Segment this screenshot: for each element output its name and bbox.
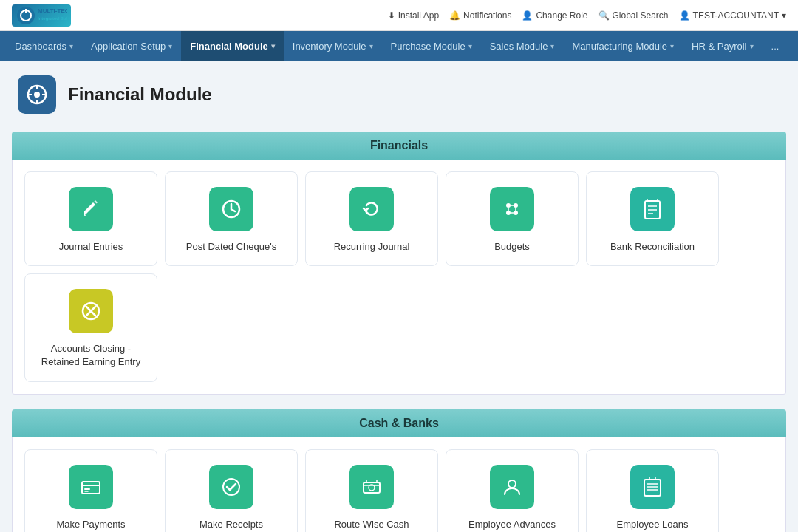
financials-section: Financials Journal Entries (12, 132, 786, 395)
post-dated-cheques-icon (209, 187, 253, 231)
employee-loans-label: Employee Loans (617, 518, 689, 531)
post-dated-cheques-card[interactable]: Post Dated Cheque's (165, 171, 298, 266)
svg-rect-37 (644, 480, 661, 496)
nav-hr-payroll-chevron: ▾ (750, 42, 754, 50)
employee-loans-card[interactable]: Employee Loans (586, 449, 719, 532)
financials-grid: Journal Entries Post Dated Cheque's (12, 160, 786, 395)
svg-rect-33 (364, 482, 380, 493)
content-area: Financials Journal Entries (0, 132, 798, 532)
financials-section-header: Financials (12, 132, 786, 160)
employee-advances-card[interactable]: Employee Advances (446, 449, 579, 532)
recurring-journal-card[interactable]: Recurring Journal (305, 171, 438, 266)
make-receipts-icon (209, 465, 253, 509)
post-dated-cheques-label: Post Dated Cheque's (186, 240, 276, 253)
change-role-btn[interactable]: 👤 Change Role (522, 10, 587, 21)
global-search-label: Global Search (613, 10, 669, 21)
accounts-closing-label: Accounts Closing - Retained Earning Entr… (37, 342, 145, 369)
nav-application-setup[interactable]: Application Setup ▾ (82, 31, 181, 61)
make-payments-card[interactable]: Make Payments (24, 449, 157, 532)
logo: MULTI-TECHNO Integrated Solutions (12, 4, 71, 27)
accounts-closing-card[interactable]: Accounts Closing - Retained Earning Entr… (24, 273, 157, 381)
journal-entries-label: Journal Entries (59, 240, 123, 253)
nav-purchase-module[interactable]: Purchase Module ▾ (382, 31, 481, 61)
nav-financial-module-chevron: ▾ (271, 42, 275, 50)
user-menu-btn[interactable]: 👤 TEST-ACCOUNTANT ▾ (679, 10, 786, 21)
route-wise-cash-recovery-icon (349, 465, 394, 509)
nav-sales-module-chevron: ▾ (550, 42, 554, 50)
nav-more[interactable]: ... (763, 31, 788, 61)
employee-loans-icon (630, 465, 675, 509)
make-receipts-label: Make Receipts (200, 518, 263, 531)
user-chevron-icon: ▾ (782, 10, 786, 21)
svg-point-16 (514, 211, 518, 215)
svg-point-15 (506, 211, 511, 215)
change-role-label: Change Role (536, 10, 587, 21)
nav-financial-module[interactable]: Financial Module ▾ (181, 31, 283, 61)
page-header: Financial Module (0, 61, 798, 123)
top-actions: ⬇ Install App 🔔 Notifications 👤 Change R… (388, 10, 786, 21)
budgets-card[interactable]: Budgets (446, 171, 579, 266)
top-bar: MULTI-TECHNO Integrated Solutions ⬇ Inst… (0, 0, 798, 31)
nav-manufacturing-module-chevron: ▾ (670, 42, 674, 50)
nav-purchase-module-chevron: ▾ (468, 42, 472, 50)
nav-hr-payroll[interactable]: HR & Payroll ▾ (683, 31, 762, 61)
recurring-journal-label: Recurring Journal (334, 240, 410, 253)
journal-entries-card[interactable]: Journal Entries (24, 171, 157, 266)
make-receipts-card[interactable]: Make Receipts (165, 449, 298, 532)
budgets-label: Budgets (494, 240, 530, 253)
svg-point-32 (223, 479, 239, 495)
employee-advances-label: Employee Advances (468, 518, 556, 531)
route-wise-cash-recovery-label: Route Wise Cash Recovery (318, 518, 426, 532)
svg-point-36 (508, 480, 516, 488)
bank-reconciliation-card[interactable]: Bank Reconciliation (586, 171, 719, 266)
svg-point-13 (506, 203, 511, 208)
svg-point-6 (34, 92, 40, 98)
nav-dashboards-chevron: ▾ (69, 42, 73, 50)
svg-text:Integrated Solutions: Integrated Solutions (38, 16, 67, 21)
search-icon: 🔍 (598, 10, 610, 21)
install-app-btn[interactable]: ⬇ Install App (388, 10, 439, 21)
cash-banks-grid: Make Payments Make Receipts (12, 437, 786, 532)
install-app-label: Install App (398, 10, 439, 21)
cash-banks-section-header: Cash & Banks (12, 409, 786, 437)
svg-point-14 (514, 203, 518, 208)
svg-text:MULTI-TECHNO: MULTI-TECHNO (38, 7, 67, 14)
employee-advances-icon (490, 465, 534, 509)
notifications-label: Notifications (463, 10, 511, 21)
nav-dashboards[interactable]: Dashboards ▾ (6, 31, 82, 61)
nav-manufacturing-module[interactable]: Manufacturing Module ▾ (563, 31, 683, 61)
notifications-icon: 🔔 (449, 10, 460, 21)
install-app-icon: ⬇ (388, 10, 395, 21)
budgets-icon (490, 187, 534, 231)
logo-area: MULTI-TECHNO Integrated Solutions (12, 4, 71, 27)
bank-reconciliation-icon (630, 187, 675, 231)
cash-banks-section: Cash & Banks Make Payments (12, 409, 786, 532)
notifications-btn[interactable]: 🔔 Notifications (449, 10, 511, 21)
nav-sales-module[interactable]: Sales Module ▾ (481, 31, 564, 61)
route-wise-cash-recovery-card[interactable]: Route Wise Cash Recovery (305, 449, 438, 532)
change-role-icon: 👤 (522, 10, 533, 21)
accounts-closing-icon (69, 289, 113, 333)
user-icon: 👤 (679, 10, 690, 21)
user-label: TEST-ACCOUNTANT (693, 10, 779, 21)
global-search-btn[interactable]: 🔍 Global Search (598, 10, 669, 21)
make-payments-label: Make Payments (56, 518, 125, 531)
page-title: Financial Module (68, 84, 212, 105)
recurring-journal-icon (349, 187, 394, 231)
make-payments-icon (69, 465, 113, 509)
page-icon (18, 75, 56, 114)
nav-inventory-module-chevron: ▾ (369, 42, 373, 50)
bank-reconciliation-label: Bank Reconciliation (610, 240, 695, 253)
nav-application-setup-chevron: ▾ (168, 42, 172, 50)
nav-bar: Dashboards ▾ Application Setup ▾ Financi… (0, 31, 798, 61)
journal-entries-icon (69, 187, 113, 231)
nav-inventory-module[interactable]: Inventory Module ▾ (284, 31, 382, 61)
